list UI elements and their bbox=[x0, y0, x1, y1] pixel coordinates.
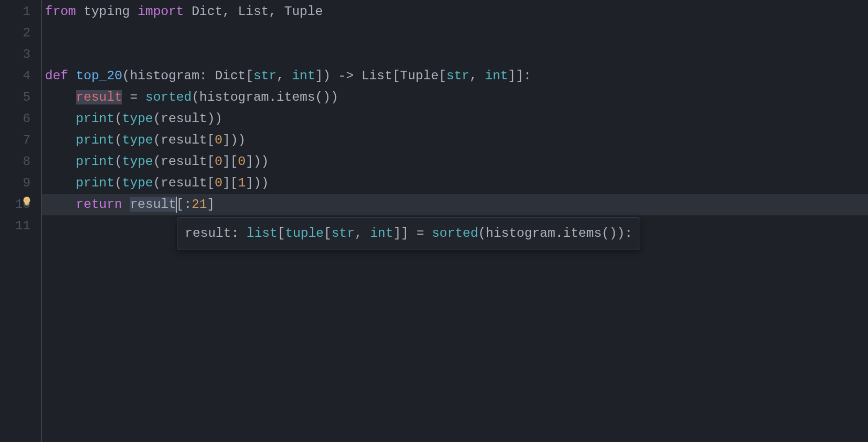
code-line[interactable]: print(type(result[0][1])) bbox=[45, 173, 868, 194]
line-number: 9 bbox=[0, 173, 41, 194]
line-number: 8 bbox=[0, 151, 41, 173]
code-line[interactable] bbox=[45, 23, 868, 44]
line-number: 11 bbox=[0, 215, 41, 237]
code-line[interactable]: print(type(result)) bbox=[45, 108, 868, 130]
code-line[interactable]: print(type(result[0])) bbox=[45, 130, 868, 151]
line-number: 1 bbox=[0, 1, 41, 23]
code-line[interactable]: from typing import Dict, List, Tuple bbox=[45, 1, 868, 23]
code-line[interactable] bbox=[45, 44, 868, 65]
type-hint-tooltip: result: list[tuple[str, int]] = sorted(h… bbox=[177, 217, 640, 250]
line-number: 6 bbox=[0, 108, 41, 130]
text-cursor bbox=[176, 197, 177, 213]
line-number: 7 bbox=[0, 130, 41, 151]
lightbulb-icon[interactable] bbox=[21, 196, 32, 207]
line-number: 5 bbox=[0, 87, 41, 108]
line-number: 10 bbox=[0, 194, 41, 215]
code-line[interactable]: result = sorted(histogram.items()) bbox=[45, 87, 868, 108]
line-number: 3 bbox=[0, 44, 41, 65]
code-line-current[interactable]: return result[:21] bbox=[42, 194, 868, 215]
code-editor[interactable]: from typing import Dict, List, Tuple def… bbox=[42, 0, 868, 442]
line-number: 4 bbox=[0, 65, 41, 87]
code-line[interactable]: print(type(result[0][0])) bbox=[45, 151, 868, 173]
line-number: 2 bbox=[0, 23, 41, 44]
line-number-gutter: 1 2 3 4 5 6 7 8 9 10 11 bbox=[0, 0, 42, 442]
code-line[interactable]: def top_20(histogram: Dict[str, int]) ->… bbox=[45, 65, 868, 87]
